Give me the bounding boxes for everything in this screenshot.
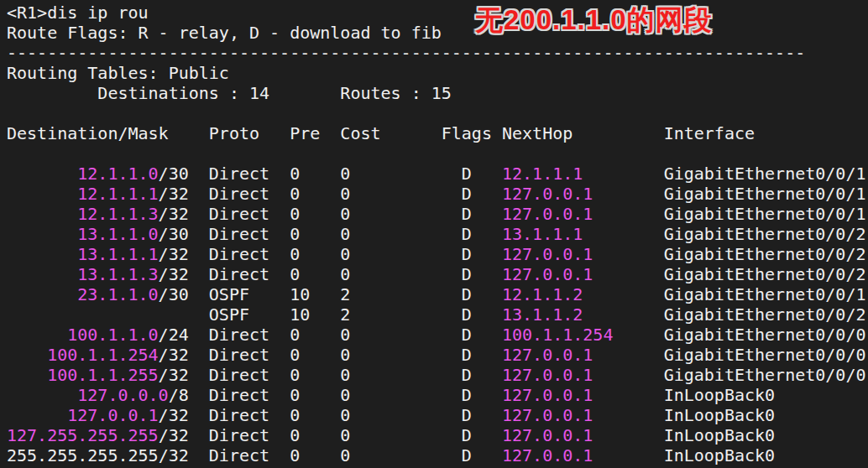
cell-nexthop: 127.0.0.1 bbox=[502, 445, 593, 465]
destination-ip: 100.1.1.0 bbox=[67, 325, 158, 345]
cell-flags: D bbox=[462, 224, 472, 244]
cell-pre: 0 bbox=[290, 244, 300, 264]
destination-ip: 127.0.0.0 bbox=[77, 385, 168, 405]
cell-cost: 0 bbox=[340, 204, 350, 224]
cell-cost: 0 bbox=[340, 365, 350, 385]
cell-proto: Direct bbox=[209, 425, 269, 445]
cell-proto: Direct bbox=[209, 224, 269, 244]
destination-ip: 13.1.1.0 bbox=[77, 224, 158, 244]
destination-ip: 23.1.1.0 bbox=[77, 284, 158, 304]
cell-destination-mask: 12.1.1.1/32 bbox=[7, 184, 189, 204]
cell-destination-mask: 127.0.0.0/8 bbox=[7, 385, 189, 405]
cell-cost: 2 bbox=[340, 304, 350, 325]
annotation-text: 无200.1.1.0的网段 bbox=[475, 10, 713, 30]
cell-pre: 0 bbox=[290, 425, 300, 445]
routes-count: Routes : 15 bbox=[340, 83, 451, 103]
header-cost: Cost bbox=[340, 123, 380, 143]
blank-line bbox=[7, 103, 868, 123]
cell-destination-mask: 12.1.1.0/30 bbox=[7, 164, 189, 184]
cell-pre: 10 bbox=[290, 284, 310, 304]
destination-mask: /32 bbox=[159, 425, 189, 445]
destination-ip: 13.1.1.1 bbox=[77, 244, 158, 264]
terminal-screen[interactable]: 无200.1.1.0的网段 <R1>dis ip rou Route Flags… bbox=[0, 0, 868, 468]
cell-flags: D bbox=[462, 405, 472, 425]
cell-flags: D bbox=[462, 264, 472, 284]
cell-destination-mask: 12.1.1.3/32 bbox=[7, 204, 189, 224]
cell-nexthop: 127.0.0.1 bbox=[502, 385, 593, 405]
route-row: 12.1.1.3/32 Direct 0 0 D 127.0.0.1 Gigab… bbox=[7, 204, 868, 224]
cell-destination-mask: 255.255.255.255/32 bbox=[7, 445, 189, 465]
header-pre: Pre bbox=[290, 123, 320, 143]
cell-cost: 0 bbox=[340, 184, 350, 204]
cell-pre: 0 bbox=[290, 264, 300, 284]
cell-nexthop: 13.1.1.2 bbox=[502, 304, 583, 325]
destination-mask: /30 bbox=[159, 224, 189, 244]
cell-proto: OSPF bbox=[209, 304, 249, 325]
separator-line: ----------------------------------------… bbox=[7, 43, 868, 63]
destination-mask: /32 bbox=[159, 445, 189, 465]
destination-ip: 255.255.255.255 bbox=[7, 445, 159, 465]
cell-interface: GigabitEthernet0/0/2 bbox=[664, 244, 866, 264]
destination-mask: /30 bbox=[159, 164, 189, 184]
cell-proto: Direct bbox=[209, 184, 269, 204]
route-row: 13.1.1.3/32 Direct 0 0 D 127.0.0.1 Gigab… bbox=[7, 264, 868, 284]
cell-interface: GigabitEthernet0/0/0 bbox=[664, 365, 866, 385]
cell-nexthop: 12.1.1.2 bbox=[502, 284, 583, 304]
cell-nexthop: 127.0.0.1 bbox=[502, 365, 593, 385]
cell-interface: GigabitEthernet0/0/2 bbox=[664, 224, 866, 244]
cell-pre: 0 bbox=[290, 184, 300, 204]
cell-destination-mask: 13.1.1.3/32 bbox=[7, 264, 189, 284]
route-row: 13.1.1.1/32 Direct 0 0 D 127.0.0.1 Gigab… bbox=[7, 244, 868, 264]
cell-pre: 10 bbox=[290, 304, 310, 325]
destination-ip: 12.1.1.0 bbox=[77, 164, 158, 184]
destination-mask: /8 bbox=[169, 385, 189, 405]
destination-ip: 100.1.1.254 bbox=[47, 345, 158, 365]
cell-cost: 0 bbox=[340, 244, 350, 264]
table-header-row: Destination/Mask Proto Pre Cost Flags Ne… bbox=[7, 123, 868, 143]
cell-flags: D bbox=[462, 304, 472, 325]
destination-mask: /32 bbox=[159, 204, 189, 224]
cell-interface: InLoopBack0 bbox=[664, 405, 775, 425]
cell-proto: Direct bbox=[209, 204, 269, 224]
route-row: 12.1.1.0/30 Direct 0 0 D 12.1.1.1 Gigabi… bbox=[7, 164, 868, 184]
cell-flags: D bbox=[462, 244, 472, 264]
cell-proto: Direct bbox=[209, 264, 269, 284]
cell-pre: 0 bbox=[290, 164, 300, 184]
route-row: 127.0.0.1/32 Direct 0 0 D 127.0.0.1 InLo… bbox=[7, 405, 868, 425]
cell-flags: D bbox=[462, 325, 472, 345]
cell-nexthop: 127.0.0.1 bbox=[502, 184, 593, 204]
cell-flags: D bbox=[462, 345, 472, 365]
cell-interface: GigabitEthernet0/0/2 bbox=[664, 304, 866, 325]
prompt-line: <R1>dis ip rou bbox=[7, 3, 868, 23]
cell-flags: D bbox=[462, 385, 472, 405]
route-row: 255.255.255.255/32 Direct 0 0 D 127.0.0.… bbox=[7, 445, 868, 465]
cell-proto: Direct bbox=[209, 385, 269, 405]
cell-destination-mask: 13.1.1.1/32 bbox=[7, 244, 189, 264]
header-interface: Interface bbox=[664, 123, 755, 143]
header-destination-mask: Destination/Mask bbox=[7, 123, 169, 143]
destination-mask: /32 bbox=[159, 244, 189, 264]
cell-destination-mask: 13.1.1.0/30 bbox=[7, 224, 189, 244]
cell-flags: D bbox=[462, 284, 472, 304]
cell-cost: 0 bbox=[340, 405, 350, 425]
destination-mask: /32 bbox=[159, 345, 189, 365]
cell-pre: 0 bbox=[290, 345, 300, 365]
cell-interface: InLoopBack0 bbox=[664, 385, 775, 405]
cell-flags: D bbox=[462, 445, 472, 465]
summary-line: Destinations : 14 Routes : 15 bbox=[7, 83, 868, 103]
cell-destination-mask: 127.255.255.255/32 bbox=[7, 425, 189, 445]
cell-interface: GigabitEthernet0/0/1 bbox=[664, 164, 866, 184]
destination-mask: /32 bbox=[159, 264, 189, 284]
cell-pre: 0 bbox=[290, 325, 300, 345]
cell-nexthop: 127.0.0.1 bbox=[502, 345, 593, 365]
cell-destination-mask: 23.1.1.0/30 bbox=[7, 284, 189, 304]
cell-cost: 0 bbox=[340, 445, 350, 465]
route-row: 127.255.255.255/32 Direct 0 0 D 127.0.0.… bbox=[7, 425, 868, 445]
cell-destination-mask: 100.1.1.0/24 bbox=[7, 325, 189, 345]
cell-flags: D bbox=[462, 204, 472, 224]
cell-pre: 0 bbox=[290, 385, 300, 405]
cell-proto: Direct bbox=[209, 164, 269, 184]
destination-ip: 12.1.1.3 bbox=[77, 204, 158, 224]
cell-pre: 0 bbox=[290, 204, 300, 224]
cell-cost: 0 bbox=[340, 385, 350, 405]
